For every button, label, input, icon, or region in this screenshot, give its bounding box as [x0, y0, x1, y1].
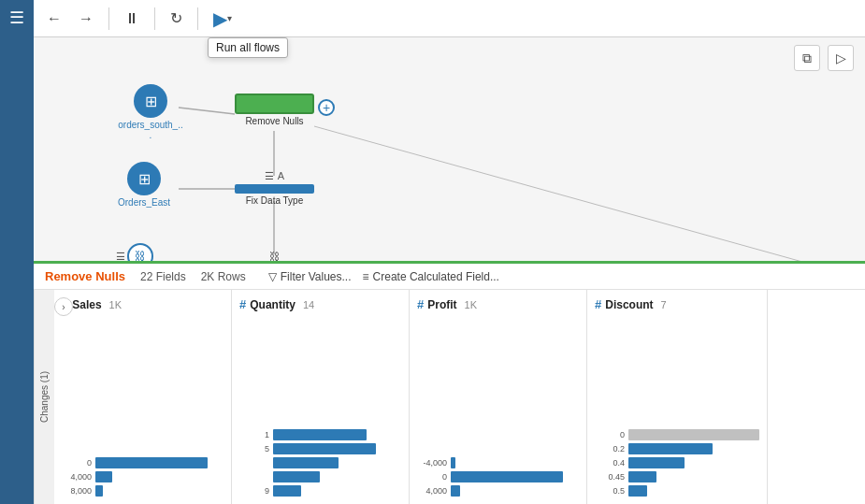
disc-bar-fill-2: [628, 457, 685, 468]
remove-nulls-bar: [235, 94, 314, 114]
orders-east-label: Orders_East: [118, 197, 170, 208]
discount-count: 7: [661, 299, 667, 310]
toolbar-divider-1: [108, 7, 109, 30]
forward-button[interactable]: →: [73, 7, 99, 31]
collapse-button[interactable]: ›: [54, 297, 73, 316]
quantity-type-row: # Quantity 14: [239, 297, 401, 311]
qty-bar-fill-4: [273, 485, 301, 497]
quantity-type-icon: #: [239, 297, 246, 311]
disc-bar-4: 0.5: [595, 485, 759, 497]
panel-actions: ▽ Filter Values... ≡ Create Calculated F…: [268, 270, 499, 283]
profit-bar-fill-0: [451, 457, 455, 468]
disc-bar-fill-3: [628, 471, 656, 482]
run-btn-container: ▶ ▾ Run all flows: [208, 4, 238, 34]
filter-icon: ▽: [268, 270, 277, 283]
filter-values-label: Filter Values...: [281, 270, 352, 283]
right-icons: ⧉ ▷: [794, 45, 854, 71]
discount-type-row: # Discount 7: [595, 297, 759, 311]
quantity-name: Quantity: [250, 298, 296, 311]
panel-header: Remove Nulls 22 Fields 2K Rows ▽ Filter …: [34, 264, 865, 290]
orders-south-label: orders_south_...: [118, 120, 183, 140]
quantity-column: # Quantity 14 1 5: [232, 290, 410, 504]
sales-bar-fill-0: [95, 457, 208, 468]
remove-nulls-step[interactable]: Remove Nulls: [235, 94, 314, 126]
union-step-icons: ⛓: [269, 251, 280, 261]
discount-chart: 0 0.2 0.4 0.45: [595, 321, 759, 497]
profit-bar-1: 0: [417, 471, 579, 482]
changes-tab[interactable]: Changes (1): [34, 290, 54, 504]
union-small-icon: ☰: [116, 251, 125, 261]
sales-bar-fill-1: [95, 471, 112, 482]
union-node[interactable]: ⛓: [127, 243, 153, 261]
play-icon: ▶: [213, 7, 227, 30]
sales-count: 1K: [109, 299, 122, 310]
run-all-flows-tooltip: Run all flows: [208, 37, 288, 58]
add-step-button[interactable]: +: [318, 99, 335, 116]
sales-bar-2: 8,000: [62, 485, 223, 497]
disc-bar-0: 0: [595, 429, 759, 440]
qty-bar-0: 1: [239, 429, 401, 440]
create-calc-field-label: Create Calculated Field...: [373, 270, 499, 283]
sidebar-menu-icon[interactable]: ☰: [9, 7, 24, 28]
quantity-count: 14: [303, 299, 314, 310]
profit-type-row: # Profit 1K: [417, 297, 579, 311]
connector-lines: [34, 37, 865, 261]
sales-type-row: # Sales 1K: [62, 297, 223, 311]
copy-icon-button[interactable]: ⧉: [794, 45, 820, 71]
qty-bar-fill-2: [273, 457, 339, 468]
qty-bar-3: [239, 471, 401, 482]
disc-bar-1: 0.2: [595, 443, 759, 454]
calc-icon: ≡: [363, 270, 369, 283]
fix-data-type-bar: [235, 184, 314, 194]
profit-name: Profit: [427, 298, 456, 311]
fix-data-type-step[interactable]: ☰ A Fix Data Type: [235, 170, 314, 206]
union-icon: ⛓: [127, 243, 153, 261]
disc-bar-fill-1: [628, 443, 713, 454]
fix-data-type-icons: ☰ A: [265, 170, 284, 182]
profit-count: 1K: [465, 299, 477, 310]
data-columns-wrapper: Changes (1) › # Sales 1K 0: [34, 290, 865, 504]
run-dropdown-arrow: ▾: [227, 13, 232, 23]
main-area: ← → ⏸ ↻ ▶ ▾ Run all flows: [34, 0, 865, 504]
refresh-button[interactable]: ↻: [165, 6, 188, 31]
qty-bar-fill-1: [273, 443, 376, 454]
fix-data-type-label: Fix Data Type: [246, 195, 304, 206]
sales-bar-0: 0: [62, 457, 223, 468]
canvas-area: ⊞ orders_south_... ⊞ Orders_East ⛓ ☰ Rem…: [34, 37, 865, 261]
sidebar: ☰: [0, 0, 34, 504]
disc-bar-3: 0.45: [595, 471, 759, 482]
qty-bar-fill-3: [273, 471, 320, 482]
toolbar-divider-2: [154, 7, 155, 30]
profit-bar-0: -4,000: [417, 457, 579, 468]
discount-name: Discount: [605, 298, 653, 311]
profit-chart: -4,000 0 4,000: [417, 321, 579, 497]
filter-values-button[interactable]: ▽ Filter Values...: [268, 270, 352, 283]
bottom-panel: Remove Nulls 22 Fields 2K Rows ▽ Filter …: [34, 261, 865, 504]
orders-east-icon: ⊞: [127, 162, 161, 195]
profit-bar-fill-2: [451, 485, 460, 497]
qty-bar-2: [239, 457, 401, 468]
changes-tab-label: Changes (1): [39, 371, 50, 423]
orders-east-node[interactable]: ⊞ Orders_East: [118, 162, 170, 208]
back-button[interactable]: ←: [41, 7, 67, 31]
orders-south-icon: ⊞: [134, 84, 167, 118]
orders-south-node[interactable]: ⊞ orders_south_...: [118, 84, 183, 140]
union-step[interactable]: ⛓: [235, 251, 314, 261]
run-button[interactable]: ▶ ▾: [208, 4, 238, 34]
play-output-button[interactable]: ▷: [828, 45, 854, 71]
disc-bar-fill-4: [628, 485, 647, 497]
qty-bar-fill-0: [273, 429, 367, 440]
disc-bar-fill-0: [628, 429, 759, 440]
panel-fields: 22 Fields: [140, 270, 186, 283]
pause-button[interactable]: ⏸: [119, 7, 145, 31]
discount-column: # Discount 7 0 0.2: [587, 290, 768, 504]
toolbar: ← → ⏸ ↻ ▶ ▾ Run all flows: [34, 0, 865, 37]
disc-bar-2: 0.4: [595, 457, 759, 468]
sales-column: # Sales 1K 0 4,000: [54, 290, 232, 504]
svg-line-0: [179, 108, 235, 114]
profit-bar-fill-1: [451, 471, 563, 482]
create-calc-field-button[interactable]: ≡ Create Calculated Field...: [363, 270, 499, 283]
sales-bar-1: 4,000: [62, 471, 223, 482]
panel-rows: 2K Rows: [201, 270, 246, 283]
qty-bar-1: 5: [239, 443, 401, 454]
